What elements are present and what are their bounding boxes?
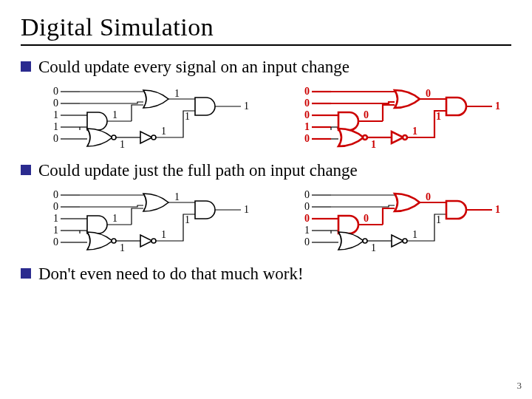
svg-text:1: 1 (120, 139, 125, 150)
svg-text:1: 1 (412, 229, 417, 240)
svg-text:1: 1 (53, 225, 58, 236)
row-1: 00110111111 00010010111 (50, 84, 511, 152)
svg-text:0: 0 (304, 213, 310, 224)
svg-text:1: 1 (495, 100, 500, 112)
svg-point-35 (151, 239, 156, 243)
bullet-text: Don't even need to do that much work! (38, 263, 304, 285)
svg-point-32 (112, 239, 116, 243)
bullet-1: Could update every signal on an input ch… (21, 56, 511, 78)
svg-text:1: 1 (436, 111, 441, 122)
title-rule (21, 44, 511, 46)
svg-text:0: 0 (53, 98, 58, 109)
page-number: 3 (517, 380, 522, 392)
svg-text:1: 1 (161, 126, 166, 137)
svg-text:1: 1 (412, 126, 417, 137)
page-title: Digital Simulation (21, 13, 511, 41)
svg-text:0: 0 (304, 98, 310, 109)
bullet-text: Could update just the full path on input… (38, 160, 358, 182)
svg-text:1: 1 (244, 204, 249, 215)
circuit-A-right: 00010010111 (301, 84, 523, 152)
bullet-icon (21, 61, 31, 72)
svg-text:0: 0 (364, 213, 369, 224)
svg-point-45 (363, 239, 367, 243)
svg-text:1: 1 (436, 214, 441, 225)
svg-text:1: 1 (304, 225, 310, 236)
svg-text:1: 1 (185, 214, 190, 225)
svg-text:1: 1 (53, 121, 58, 132)
row-2: 00110111111 00010010111 (50, 188, 511, 256)
svg-text:1: 1 (244, 100, 249, 112)
bullet-icon (21, 165, 31, 175)
svg-point-19 (363, 135, 367, 140)
bullet-text: Could update every signal on an input ch… (38, 56, 349, 78)
svg-text:0: 0 (364, 109, 369, 120)
svg-text:1: 1 (371, 242, 376, 253)
svg-point-22 (403, 135, 407, 140)
svg-text:0: 0 (53, 189, 58, 200)
bullet-icon (21, 268, 31, 279)
svg-text:0: 0 (53, 86, 58, 97)
svg-text:0: 0 (304, 133, 310, 144)
svg-text:1: 1 (112, 109, 117, 120)
svg-text:1: 1 (174, 191, 180, 202)
svg-text:0: 0 (304, 189, 310, 200)
svg-text:0: 0 (53, 133, 58, 144)
svg-text:0: 0 (304, 109, 310, 120)
svg-point-6 (112, 135, 116, 140)
svg-text:0: 0 (304, 236, 310, 248)
svg-text:1: 1 (304, 121, 310, 132)
circuit-B-left: 00110111111 (50, 188, 272, 256)
bullet-3: Don't even need to do that much work! (21, 263, 511, 285)
svg-text:1: 1 (53, 213, 58, 224)
svg-text:0: 0 (426, 88, 431, 99)
svg-text:1: 1 (371, 139, 376, 150)
svg-text:0: 0 (304, 86, 310, 97)
svg-text:1: 1 (161, 229, 166, 240)
circuit-A-left: 00110111111 (50, 84, 272, 152)
svg-point-9 (151, 135, 156, 140)
svg-text:1: 1 (112, 213, 117, 224)
svg-text:0: 0 (426, 191, 431, 202)
svg-text:1: 1 (53, 109, 58, 120)
svg-text:1: 1 (495, 204, 500, 215)
svg-text:0: 0 (53, 236, 58, 248)
svg-text:0: 0 (304, 201, 310, 212)
circuit-B-right: 00010010111 (301, 188, 523, 256)
svg-text:1: 1 (120, 242, 125, 253)
svg-text:0: 0 (53, 201, 58, 212)
svg-point-48 (403, 239, 407, 243)
bullet-2: Could update just the full path on input… (21, 160, 511, 182)
svg-text:1: 1 (185, 111, 190, 122)
svg-text:1: 1 (174, 88, 180, 99)
